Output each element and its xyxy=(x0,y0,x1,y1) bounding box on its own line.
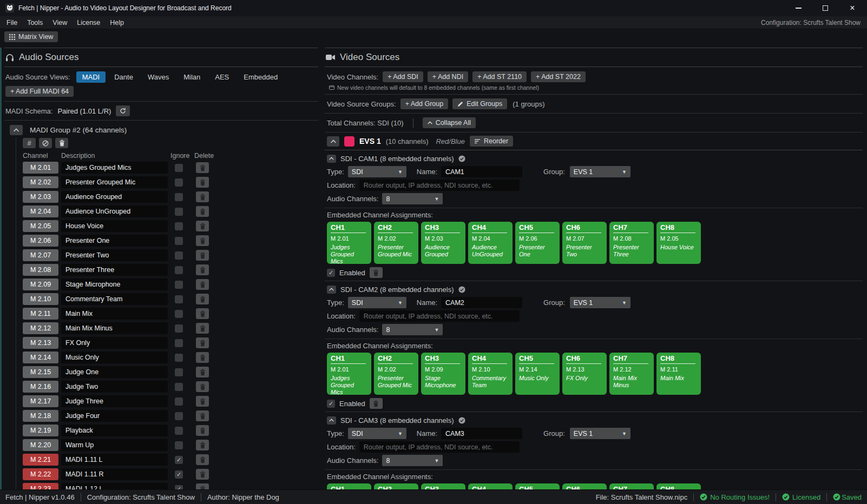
type-select[interactable]: SDI▼ xyxy=(348,166,406,177)
name-input[interactable] xyxy=(441,297,522,308)
description-input[interactable] xyxy=(61,381,168,393)
delete-channel-button[interactable] xyxy=(196,308,209,319)
name-input[interactable] xyxy=(441,166,522,177)
add-full-madi-button[interactable]: + Add Full MADI 64 xyxy=(5,86,74,97)
embedded-channel-box[interactable]: CH5M 2.06Presenter One xyxy=(515,222,560,264)
embedded-channel-box[interactable]: CH4M 2.10Commentary Team xyxy=(468,353,513,395)
ignore-checkbox[interactable]: ✓ xyxy=(175,485,183,490)
ignore-all-button[interactable] xyxy=(39,138,52,148)
description-input[interactable] xyxy=(61,308,168,320)
description-input[interactable] xyxy=(61,176,168,188)
delete-group-button[interactable] xyxy=(55,138,68,148)
audio-channels-select[interactable]: 8▼ xyxy=(382,324,443,335)
description-input[interactable] xyxy=(61,249,168,261)
add-st2110-button[interactable]: + Add ST 2110 xyxy=(472,71,527,82)
description-input[interactable] xyxy=(61,425,168,436)
embedded-channel-box[interactable]: CH1M 2.01Judges Grouped Mics xyxy=(327,483,371,489)
enabled-checkbox[interactable]: ✓ xyxy=(327,269,335,277)
delete-video-channel-button[interactable] xyxy=(370,398,383,409)
menu-file[interactable]: File xyxy=(6,19,22,26)
audio-channels-select[interactable]: 8▼ xyxy=(382,193,443,204)
renumber-button[interactable]: # xyxy=(23,138,36,148)
embedded-channel-box[interactable]: CH5M 2.14Music Only xyxy=(515,353,560,395)
reorder-button[interactable]: Reorder xyxy=(470,136,513,147)
embedded-channel-box[interactable]: CH8M 2.11Main Mix xyxy=(656,353,701,395)
tab-madi[interactable]: MADI xyxy=(76,71,106,83)
embedded-channel-box[interactable]: CH2M 2.02Presenter Grouped Mic xyxy=(374,353,418,395)
group-select[interactable]: EVS 1▼ xyxy=(570,166,630,177)
ignore-checkbox[interactable] xyxy=(175,164,183,172)
description-input[interactable] xyxy=(61,278,168,290)
group-color-swatch[interactable] xyxy=(344,136,354,147)
description-input[interactable] xyxy=(61,293,168,305)
ignore-checkbox[interactable] xyxy=(175,310,183,318)
schema-refresh-button[interactable] xyxy=(116,105,130,116)
delete-channel-button[interactable] xyxy=(196,352,209,363)
location-input[interactable] xyxy=(359,180,520,191)
embedded-channel-box[interactable]: CH7M 2.12Main Mix Minus xyxy=(609,353,654,395)
embedded-channel-box[interactable]: CH7M 2.20Warm Up xyxy=(609,483,654,489)
delete-channel-button[interactable] xyxy=(196,454,209,465)
type-select[interactable]: SDI▼ xyxy=(348,297,406,308)
embedded-channel-box[interactable]: CH4M 2.04Audience UnGrouped xyxy=(468,222,513,264)
description-input[interactable] xyxy=(61,483,168,489)
matrix-view-button[interactable]: Matrix View xyxy=(4,31,58,42)
delete-channel-button[interactable] xyxy=(196,367,209,377)
embedded-channel-box[interactable]: CH6M 2.07Presenter Two xyxy=(562,222,607,264)
description-input[interactable] xyxy=(61,235,168,247)
tab-aes[interactable]: AES xyxy=(209,71,235,83)
menu-help[interactable]: Help xyxy=(105,19,129,26)
type-select[interactable]: SDI▼ xyxy=(348,428,406,439)
add-sdi-button[interactable]: + Add SDI xyxy=(383,71,423,82)
embedded-channel-box[interactable]: CH5M 2.17Judge Three xyxy=(515,483,560,489)
delete-channel-button[interactable] xyxy=(196,221,209,231)
delete-channel-button[interactable] xyxy=(196,177,209,188)
ignore-checkbox[interactable] xyxy=(175,295,183,303)
add-st2022-button[interactable]: + Add ST 2022 xyxy=(531,71,586,82)
embedded-channel-box[interactable]: CH4M 2.16Judge Two xyxy=(468,483,513,489)
add-group-button[interactable]: + Add Group xyxy=(400,98,449,109)
embedded-channel-box[interactable]: CH6M 2.18Judge Four xyxy=(562,483,607,489)
delete-channel-button[interactable] xyxy=(196,425,209,436)
description-input[interactable] xyxy=(61,410,168,422)
close-button[interactable]: × xyxy=(849,4,856,12)
description-input[interactable] xyxy=(61,337,168,349)
embedded-channel-box[interactable]: CH8M 2.11Main Mix xyxy=(656,483,701,489)
description-input[interactable] xyxy=(61,468,168,480)
embedded-channel-box[interactable]: CH6M 2.13FX Only xyxy=(562,353,607,395)
audio-channels-select[interactable]: 8▼ xyxy=(382,455,443,466)
embedded-channel-box[interactable]: CH1M 2.01Judges Grouped Mics xyxy=(327,222,371,264)
ignore-checkbox[interactable] xyxy=(175,208,183,216)
description-input[interactable] xyxy=(61,454,168,466)
ignore-checkbox[interactable] xyxy=(175,441,183,449)
enabled-checkbox[interactable]: ✓ xyxy=(327,400,335,408)
description-input[interactable] xyxy=(61,439,168,451)
menu-view[interactable]: View xyxy=(48,19,72,26)
ignore-checkbox[interactable]: ✓ xyxy=(175,456,183,464)
ignore-checkbox[interactable] xyxy=(175,383,183,391)
ignore-checkbox[interactable] xyxy=(175,354,183,362)
embedded-channel-box[interactable]: CH2M 2.02Presenter Grouped Mic xyxy=(374,483,418,489)
embedded-channel-box[interactable]: CH2M 2.02Presenter Grouped Mic xyxy=(374,222,418,264)
ignore-checkbox[interactable] xyxy=(175,339,183,347)
description-input[interactable] xyxy=(61,352,168,363)
tab-waves[interactable]: Waves xyxy=(142,71,175,83)
embedded-channel-box[interactable]: CH7M 2.08Presenter Three xyxy=(609,222,654,264)
description-input[interactable] xyxy=(61,322,168,334)
description-input[interactable] xyxy=(61,205,168,217)
location-input[interactable] xyxy=(359,310,520,322)
delete-channel-button[interactable] xyxy=(196,323,209,334)
menu-license[interactable]: License xyxy=(72,19,105,26)
maximize-button[interactable] xyxy=(822,4,829,12)
channel-collapse-button[interactable] xyxy=(327,155,336,163)
add-ndi-button[interactable]: + Add NDI xyxy=(428,71,468,82)
group-collapse-button[interactable] xyxy=(10,125,23,135)
description-input[interactable] xyxy=(61,395,168,407)
ignore-checkbox[interactable] xyxy=(175,178,183,187)
delete-channel-button[interactable] xyxy=(196,381,209,392)
group-collapse-button[interactable] xyxy=(327,136,339,147)
location-input[interactable] xyxy=(359,441,520,453)
description-input[interactable] xyxy=(61,366,168,378)
embedded-channel-box[interactable]: CH3M 2.15Judge One xyxy=(421,483,465,489)
embedded-channel-box[interactable]: CH8M 2.05House Voice xyxy=(656,222,701,264)
